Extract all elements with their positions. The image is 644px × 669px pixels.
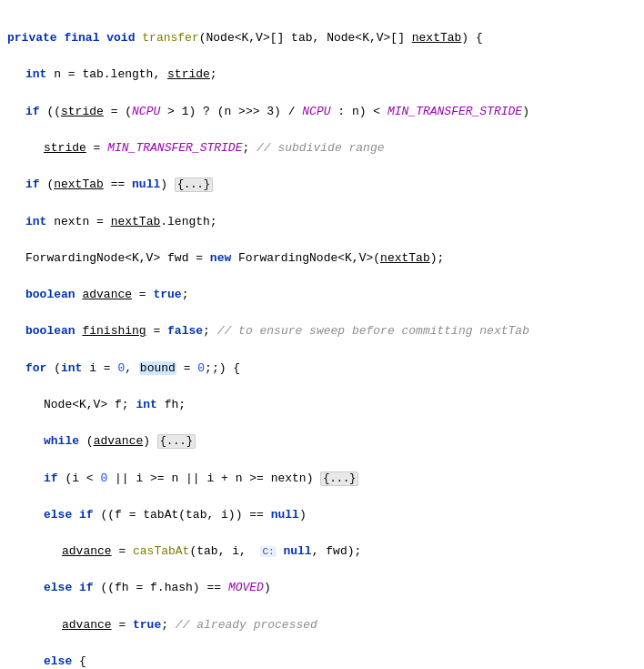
line-17: advance = true; // already processed <box>7 616 637 634</box>
line-8: boolean advance = true; <box>7 286 637 304</box>
line-11: Node<K,V> f; int fh; <box>7 396 637 414</box>
line-1: private final void transfer(Node<K,V>[] … <box>7 29 637 47</box>
line-15: advance = casTabAt(tab, i, C: null, fwd)… <box>7 542 637 561</box>
line-16: else if ((fh = f.hash) == MOVED) <box>7 579 637 597</box>
line-5: if (nextTab == null) {...} <box>7 176 637 194</box>
line-13: if (i < 0 || i >= n || i + n >= nextn) {… <box>7 470 637 488</box>
line-14: else if ((f = tabAt(tab, i)) == null) <box>7 506 637 524</box>
line-2: int n = tab.length, stride; <box>7 66 637 84</box>
line-3: if ((stride = (NCPU > 1) ? (n >>> 3) / N… <box>7 103 637 121</box>
line-4: stride = MIN_TRANSFER_STRIDE; // subdivi… <box>7 139 637 157</box>
line-10: for (int i = 0, bound = 0;;) { <box>7 360 637 378</box>
line-9: boolean finishing = false; // to ensure … <box>7 322 637 340</box>
code-display: private final void transfer(Node<K,V>[] … <box>0 7 644 669</box>
line-6: int nextn = nextTab.length; <box>7 213 637 231</box>
line-12: while (advance) {...} <box>7 432 637 451</box>
line-7: ForwardingNode<K,V> fwd = new Forwarding… <box>7 249 637 268</box>
line-18: else { <box>7 653 637 669</box>
